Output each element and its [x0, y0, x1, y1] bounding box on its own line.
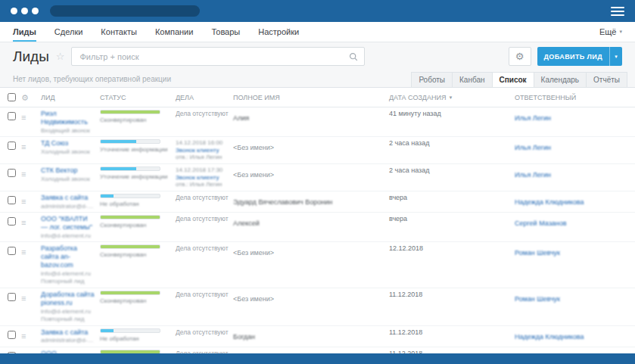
lead-title-link[interactable]: ООО "КВАЛТИ — лог. системы": [41, 215, 95, 232]
status-label: Сконвертирован: [100, 117, 171, 124]
lead-subtitle: administrator@d-element.ru: [41, 203, 95, 210]
lead-subtitle: administrator@d-element.ru: [41, 337, 95, 344]
favorite-star-icon[interactable]: ☆: [56, 51, 65, 62]
column-header-responsible[interactable]: ОТВЕТСТВЕННЫЙ: [515, 88, 635, 107]
lead-title-link[interactable]: Заявка с сайта: [41, 328, 95, 337]
table-row[interactable]: ≡ Разработка сайта an-bazov.com info@d-e…: [0, 242, 635, 288]
full-name: <Без имени>: [233, 295, 274, 303]
created-date: 11.12.2018: [389, 325, 515, 347]
row-checkbox[interactable]: [8, 142, 16, 150]
row-actions-icon[interactable]: ≡: [21, 197, 26, 206]
apps-dots-icon[interactable]: [11, 8, 42, 14]
row-actions-icon[interactable]: ≡: [21, 294, 26, 303]
view-tab-robots[interactable]: Роботы: [411, 72, 453, 87]
column-header-full-name[interactable]: ПОЛНОЕ ИМЯ: [233, 88, 389, 107]
crm-window: ЛидыСделкиКонтактыКомпанииТоварыНастройк…: [0, 0, 635, 364]
responsible-link[interactable]: Надежда Клюдникова: [515, 333, 584, 341]
lead-title-link[interactable]: Заявка с сайта: [41, 194, 95, 202]
full-name: Эдуард Вячеславович Воронин: [233, 198, 332, 206]
search-icon[interactable]: [349, 52, 358, 61]
row-actions-icon[interactable]: ≡: [21, 113, 26, 122]
add-lead-dropdown-button[interactable]: ▾: [609, 47, 622, 66]
view-tab-reports[interactable]: Отчёты: [586, 72, 627, 87]
lead-subtitle: Холодный звонок: [41, 176, 95, 183]
activity-cell: 14.12.2018 17:30Звонок клиентуотв.: Илья…: [176, 163, 233, 191]
table-row[interactable]: ≡ СТК Вектор Холодный звонок Уточнение и…: [0, 163, 635, 191]
filter-search-input[interactable]: [78, 51, 344, 62]
status-label: Не обработан: [100, 201, 171, 208]
row-actions-icon[interactable]: ≡: [21, 170, 26, 179]
add-lead-button[interactable]: ДОБАВИТЬ ЛИД: [537, 47, 609, 66]
lead-title-link[interactable]: Риэл Недвижимость: [41, 110, 95, 126]
row-checkbox[interactable]: [8, 112, 16, 120]
lead-title-link[interactable]: ТД Союз: [41, 139, 95, 148]
leads-grid: ⚙ ЛИД СТАТУС ДЕЛА ПОЛНОЕ ИМЯ ДАТА СОЗДАН…: [0, 88, 635, 364]
created-date: 11.12.2018: [389, 288, 515, 325]
row-actions-icon[interactable]: ≡: [21, 331, 26, 341]
row-actions-icon[interactable]: ≡: [21, 247, 26, 257]
responsible-link[interactable]: Илья Легин: [515, 171, 551, 179]
view-tab-calendar[interactable]: Календарь: [534, 72, 587, 87]
menu-hamburger-icon[interactable]: [611, 7, 624, 16]
status-label: Не обработан: [100, 335, 171, 343]
row-checkbox[interactable]: [8, 331, 16, 339]
nav-tab-deals[interactable]: Сделки: [54, 22, 83, 42]
grid-settings-gear-icon[interactable]: ⚙: [21, 93, 29, 102]
main-nav-tabs: ЛидыСделкиКонтактыКомпанииТоварыНастройк…: [13, 22, 317, 42]
nav-tab-leads[interactable]: Лиды: [13, 22, 36, 42]
row-checkbox[interactable]: [8, 247, 16, 255]
column-header-status[interactable]: СТАТУС: [100, 88, 176, 107]
row-checkbox[interactable]: [8, 217, 16, 226]
activity-link[interactable]: Звонок клиенту: [176, 147, 229, 154]
row-checkbox[interactable]: [8, 293, 16, 301]
status-progress-bar: [100, 215, 160, 219]
no-activity-text: Дела отсутствуют: [176, 110, 229, 117]
responsible-link[interactable]: Илья Легин: [515, 144, 551, 151]
lead-title-link[interactable]: Доработка сайта pioness.ru: [41, 291, 95, 307]
table-row[interactable]: ≡ Заявка с сайта administrator@d-element…: [0, 191, 635, 212]
activity-link[interactable]: Звонок клиенту: [176, 174, 229, 182]
nav-more-menu[interactable]: Ещё ▾: [599, 22, 622, 42]
lead-subtitle: Входящий звонок: [41, 127, 95, 135]
nav-tab-settings[interactable]: Настройки: [258, 22, 299, 42]
column-header-activity[interactable]: ДЕЛА: [176, 88, 233, 107]
table-row[interactable]: ≡ Риэл Недвижимость Входящий звонок Скон…: [0, 107, 635, 137]
view-tab-list[interactable]: Список: [492, 72, 534, 87]
table-row[interactable]: ≡ ООО "КВАЛТИ — лог. системы" info@d-ele…: [0, 213, 635, 242]
status-progress-fill: [101, 245, 160, 248]
select-all-checkbox[interactable]: [8, 93, 16, 101]
row-actions-icon[interactable]: ≡: [21, 218, 26, 227]
chevron-down-icon: ▾: [619, 29, 622, 35]
view-tab-kanban[interactable]: Канбан: [452, 72, 493, 87]
lead-subtitle: info@d-element.ru: [41, 270, 95, 278]
column-header-created[interactable]: ДАТА СОЗДАНИЯ▼: [389, 88, 515, 107]
nav-more-label: Ещё: [599, 27, 617, 36]
nav-tab-products[interactable]: Товары: [211, 22, 240, 42]
status-progress-bar: [100, 110, 160, 114]
row-checkbox[interactable]: [8, 196, 16, 204]
nav-tab-contacts[interactable]: Контакты: [101, 22, 137, 42]
responsible-link[interactable]: Роман Шевчук: [515, 295, 560, 303]
workspace-name-placeholder: [50, 5, 200, 17]
table-row[interactable]: ≡ Заявка с сайта administrator@d-element…: [0, 325, 635, 347]
table-row[interactable]: ≡ Доработка сайта pioness.ru info@d-elem…: [0, 288, 635, 325]
responsible-link[interactable]: Роман Шевчук: [515, 249, 560, 257]
nav-tab-companies[interactable]: Компании: [155, 22, 194, 42]
full-name: Алия: [233, 114, 249, 122]
lead-title-link[interactable]: Разработка сайта an-bazov.com: [41, 244, 95, 269]
row-actions-icon[interactable]: ≡: [21, 142, 26, 151]
settings-gear-button[interactable]: ⚙: [509, 47, 531, 66]
no-activity-text: Дела отсутствуют: [176, 291, 229, 298]
responsible-link[interactable]: Илья Легин: [515, 114, 551, 122]
topbar: [0, 0, 635, 22]
responsible-link[interactable]: Сергей Мазанов: [515, 219, 567, 227]
row-checkbox[interactable]: [8, 169, 16, 177]
table-row[interactable]: ≡ ТД Союз Холодный звонок Уточнение инфо…: [0, 137, 635, 164]
lead-title-link[interactable]: СТК Вектор: [41, 166, 95, 175]
chevron-down-icon: ▾: [615, 54, 618, 59]
responsible-link[interactable]: Надежда Клюдникова: [515, 198, 584, 206]
column-header-lead[interactable]: ЛИД: [41, 88, 100, 107]
status-label: Сконвертирован: [100, 222, 171, 229]
created-date: 2 часа назад: [389, 163, 515, 191]
lead-subtitle: Холодный звонок: [41, 148, 95, 156]
